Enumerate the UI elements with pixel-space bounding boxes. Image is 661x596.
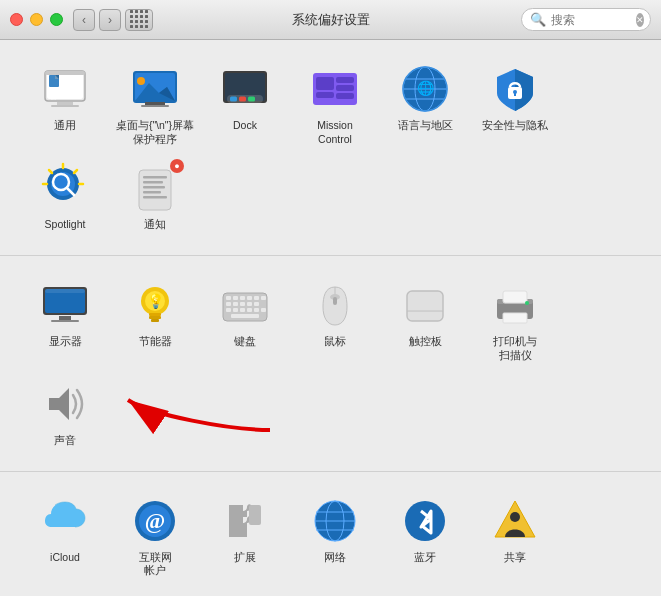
pref-item-spotlight[interactable]: Spotlight xyxy=(20,154,110,240)
svg-rect-50 xyxy=(143,176,167,179)
svg-rect-67 xyxy=(226,296,231,300)
svg-rect-51 xyxy=(143,181,163,184)
back-button[interactable]: ‹ xyxy=(73,9,95,31)
items-grid-hardware: 显示器 💡 xyxy=(20,271,641,456)
pref-item-extensions[interactable]: 扩展 xyxy=(200,487,290,586)
section-internet: iCloud @ 互联网 帐户 xyxy=(0,472,661,596)
network-icon xyxy=(309,495,361,547)
svg-rect-24 xyxy=(316,77,334,90)
maximize-button[interactable] xyxy=(50,13,63,26)
section-hardware: 显示器 💡 xyxy=(0,256,661,472)
svg-rect-80 xyxy=(240,308,245,312)
svg-rect-26 xyxy=(336,85,354,91)
notification-badge: ● xyxy=(170,159,184,173)
svg-rect-74 xyxy=(233,302,238,306)
pref-item-language[interactable]: 🌐 语言与地区 xyxy=(380,55,470,154)
pref-item-bluetooth[interactable]: 蓝牙 xyxy=(380,487,470,586)
pref-item-sharing[interactable]: 共享 xyxy=(470,487,560,586)
pref-item-internet-accounts[interactable]: @ 互联网 帐户 xyxy=(110,487,200,586)
svg-rect-53 xyxy=(143,191,161,194)
window-title: 系统偏好设置 xyxy=(292,11,370,29)
printers-icon xyxy=(489,279,541,331)
items-grid-internet: iCloud @ 互联网 帐户 xyxy=(20,487,641,586)
svg-rect-72 xyxy=(261,296,266,300)
search-icon: 🔍 xyxy=(530,12,546,27)
svg-text:@: @ xyxy=(145,508,165,533)
pref-item-desktop[interactable]: 桌面与{"\n"}屏幕保护程序 xyxy=(110,55,200,154)
notifications-label: 通知 xyxy=(144,218,166,232)
close-button[interactable] xyxy=(10,13,23,26)
trackpad-icon xyxy=(399,279,451,331)
forward-button[interactable]: › xyxy=(99,9,121,31)
search-box[interactable]: 🔍 ✕ xyxy=(521,8,651,31)
svg-rect-79 xyxy=(233,308,238,312)
security-icon xyxy=(489,63,541,115)
search-input[interactable] xyxy=(551,13,631,27)
svg-line-45 xyxy=(49,170,52,173)
svg-rect-2 xyxy=(45,71,85,75)
bluetooth-icon xyxy=(399,495,451,547)
printers-label: 打印机与 扫描仪 xyxy=(493,335,537,362)
svg-rect-22 xyxy=(248,97,255,102)
internet-accounts-icon: @ xyxy=(129,495,181,547)
pref-item-sound[interactable]: 声音 xyxy=(20,370,110,456)
minimize-button[interactable] xyxy=(30,13,43,26)
pref-item-keyboard[interactable]: 键盘 xyxy=(200,271,290,370)
desktop-icon xyxy=(129,63,181,115)
grid-icon xyxy=(130,10,149,29)
spotlight-icon xyxy=(39,162,91,214)
pref-item-mission-control[interactable]: Mission Control xyxy=(290,55,380,154)
svg-rect-92 xyxy=(503,291,527,303)
displays-label: 显示器 xyxy=(49,335,82,349)
svg-rect-87 xyxy=(333,297,337,305)
bluetooth-label: 蓝牙 xyxy=(414,551,436,565)
svg-text:🌐: 🌐 xyxy=(417,80,435,97)
pref-item-printers[interactable]: 打印机与 扫描仪 xyxy=(470,271,560,370)
dock-label: Dock xyxy=(233,119,257,133)
pref-item-security[interactable]: 安全性与隐私 xyxy=(470,55,560,154)
svg-rect-98 xyxy=(249,505,261,525)
svg-rect-28 xyxy=(336,93,354,99)
svg-rect-54 xyxy=(143,196,167,199)
trackpad-label: 触控板 xyxy=(409,335,442,349)
svg-rect-68 xyxy=(233,296,238,300)
pref-item-mouse[interactable]: 鼠标 xyxy=(290,271,380,370)
pref-item-energy[interactable]: 💡 节能器 xyxy=(110,271,200,370)
network-label: 网络 xyxy=(324,551,346,565)
pref-item-dock[interactable]: Dock xyxy=(200,55,290,154)
icloud-icon xyxy=(39,495,91,547)
sharing-icon xyxy=(489,495,541,547)
main-content: File New Doc 通用 xyxy=(0,40,661,596)
sound-icon xyxy=(39,378,91,430)
svg-rect-52 xyxy=(143,186,165,189)
svg-rect-25 xyxy=(336,77,354,83)
search-clear-button[interactable]: ✕ xyxy=(636,13,644,27)
icloud-label: iCloud xyxy=(50,551,80,565)
mission-control-label: Mission Control xyxy=(317,119,353,146)
svg-rect-75 xyxy=(240,302,245,306)
mouse-icon xyxy=(309,279,361,331)
svg-rect-27 xyxy=(316,92,334,98)
svg-point-94 xyxy=(525,301,529,305)
svg-rect-39 xyxy=(514,92,516,96)
pref-item-network[interactable]: 网络 xyxy=(290,487,380,586)
svg-line-43 xyxy=(74,170,77,173)
svg-point-14 xyxy=(137,77,145,85)
grid-view-button[interactable] xyxy=(125,9,153,31)
svg-rect-93 xyxy=(503,313,527,323)
svg-rect-62 xyxy=(149,316,161,319)
extensions-icon xyxy=(219,495,271,547)
notifications-icon: ● xyxy=(129,162,181,214)
mission-control-icon xyxy=(309,63,361,115)
spotlight-label: Spotlight xyxy=(45,218,86,232)
pref-item-notifications[interactable]: ● 通知 xyxy=(110,154,200,240)
svg-text:File: File xyxy=(51,86,59,92)
svg-rect-83 xyxy=(261,308,266,312)
pref-item-trackpad[interactable]: 触控板 xyxy=(380,271,470,370)
pref-item-displays[interactable]: 显示器 xyxy=(20,271,110,370)
svg-text:Doc: Doc xyxy=(51,97,57,101)
pref-item-general[interactable]: File New Doc 通用 xyxy=(20,55,110,154)
pref-item-icloud[interactable]: iCloud xyxy=(20,487,110,586)
svg-rect-21 xyxy=(239,97,246,102)
svg-rect-71 xyxy=(254,296,259,300)
